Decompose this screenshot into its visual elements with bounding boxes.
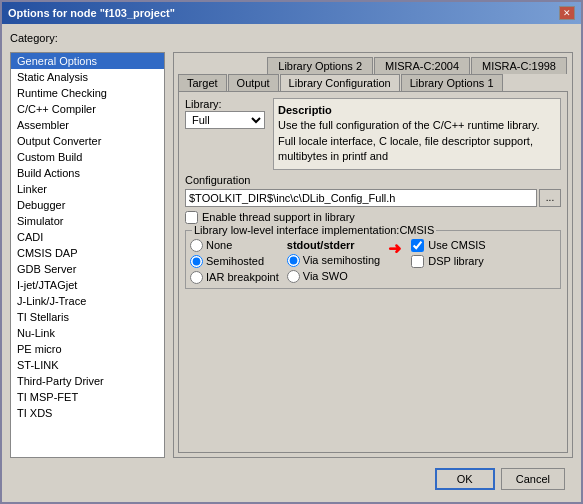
tab-content-area: Library: None Normal Full Custom (178, 91, 568, 453)
main-area: General Options Static Analysis Runtime … (10, 52, 573, 458)
iar-breakpoint-radio[interactable] (190, 271, 203, 284)
semihosted-radio[interactable] (190, 255, 203, 268)
sidebar-item-assembler[interactable]: Assembler (11, 117, 164, 133)
sidebar-item-output-converter[interactable]: Output Converter (11, 133, 164, 149)
dsp-library-label: DSP library (428, 255, 483, 267)
tab-lib-options-1[interactable]: Library Options 1 (401, 74, 503, 91)
iar-breakpoint-radio-row: IAR breakpoint (190, 271, 279, 284)
tab-misra-1998[interactable]: MISRA-C:1998 (471, 57, 567, 74)
ok-button[interactable]: OK (435, 468, 495, 490)
use-cmsis-checkbox[interactable] (411, 239, 424, 252)
category-label: Category: (10, 32, 573, 44)
via-swo-radio[interactable] (287, 270, 300, 283)
interface-section: Library low-level interface implementati… (185, 230, 561, 289)
cancel-button[interactable]: Cancel (501, 468, 565, 490)
sidebar-item-third-party[interactable]: Third-Party Driver (11, 373, 164, 389)
sidebar-item-j-link[interactable]: J-Link/J-Trace (11, 293, 164, 309)
cmsis-arrow-icon: ➜ (388, 239, 401, 258)
thread-support-checkbox[interactable] (185, 211, 198, 224)
interface-legend: Library low-level interface implementati… (192, 224, 436, 236)
description-label: Descriptio (278, 104, 332, 116)
sidebar-item-build-actions[interactable]: Build Actions (11, 165, 164, 181)
configuration-label: Configuration (185, 174, 561, 186)
window-title: Options for node "f103_project" (8, 7, 175, 19)
tab-library-options-2[interactable]: Library Options 2 (267, 57, 373, 74)
content-panel: Library Options 2 MISRA-C:2004 MISRA-C:1… (173, 52, 573, 458)
semihosted-label: Semihosted (206, 255, 264, 267)
browse-button[interactable]: ... (539, 189, 561, 207)
configuration-row: ... (185, 189, 561, 207)
library-dropdown-wrapper: None Normal Full Custom (185, 111, 265, 129)
sidebar-item-ti-msp-fet[interactable]: TI MSP-FET (11, 389, 164, 405)
bottom-bar: OK Cancel (10, 464, 573, 494)
sidebar-item-cadi[interactable]: CADI (11, 229, 164, 245)
sidebar-item-pe-micro[interactable]: PE micro (11, 341, 164, 357)
sidebar-item-nu-link[interactable]: Nu-Link (11, 325, 164, 341)
sidebar-item-cpp-compiler[interactable]: C/C++ Compiler (11, 101, 164, 117)
sidebar-item-custom-build[interactable]: Custom Build (11, 149, 164, 165)
library-row: Library: None Normal Full Custom (185, 98, 561, 170)
dsp-library-checkbox[interactable] (411, 255, 424, 268)
use-cmsis-label: Use CMSIS (428, 239, 485, 251)
via-semihosting-label: Via semihosting (303, 254, 380, 266)
dialog-window: Options for node "f103_project" ✕ Catego… (0, 0, 583, 504)
tab-lib-config[interactable]: Library Configuration (280, 74, 400, 91)
interface-col-left: None Semihosted IAR breakpoint (190, 239, 279, 284)
sidebar-item-debugger[interactable]: Debugger (11, 197, 164, 213)
sidebar-item-static-analysis[interactable]: Static Analysis (11, 69, 164, 85)
sidebar-item-general-options[interactable]: General Options (11, 53, 164, 69)
description-text: Use the full configuration of the C/C++ … (278, 119, 539, 162)
tab-target[interactable]: Target (178, 74, 227, 91)
sidebar-item-linker[interactable]: Linker (11, 181, 164, 197)
thread-support-label: Enable thread support in library (202, 211, 355, 223)
tabs-top-row: Library Options 2 MISRA-C:2004 MISRA-C:1… (178, 57, 568, 74)
sidebar-item-st-link[interactable]: ST-LINK (11, 357, 164, 373)
interface-columns: None Semihosted IAR breakpoint (190, 239, 556, 284)
library-field: Library: None Normal Full Custom (185, 98, 265, 129)
sidebar-item-ti-xds[interactable]: TI XDS (11, 405, 164, 421)
semihosted-radio-row: Semihosted (190, 255, 279, 268)
dsp-library-row: DSP library (411, 255, 485, 268)
cmsis-col: Use CMSIS DSP library (411, 239, 485, 268)
none-radio-row: None (190, 239, 279, 252)
library-label: Library: (185, 98, 265, 110)
sidebar-item-gdb-server[interactable]: GDB Server (11, 261, 164, 277)
iar-breakpoint-label: IAR breakpoint (206, 271, 279, 283)
sidebar-item-cmsis-dap[interactable]: CMSIS DAP (11, 245, 164, 261)
via-semihosting-radio[interactable] (287, 254, 300, 267)
tab-misra-2004[interactable]: MISRA-C:2004 (374, 57, 470, 74)
category-list: General Options Static Analysis Runtime … (10, 52, 165, 458)
none-label: None (206, 239, 232, 251)
via-swo-label: Via SWO (303, 270, 348, 282)
use-cmsis-row: Use CMSIS (411, 239, 485, 252)
configuration-input[interactable] (185, 189, 537, 207)
library-description: Descriptio Use the full configuration of… (273, 98, 561, 170)
window-body: Category: General Options Static Analysi… (2, 24, 581, 502)
tab-output[interactable]: Output (228, 74, 279, 91)
via-swo-radio-row: Via SWO (287, 270, 380, 283)
via-semihosting-radio-row: Via semihosting (287, 254, 380, 267)
title-controls: ✕ (559, 6, 575, 20)
configuration-section: Configuration ... (185, 174, 561, 207)
sidebar-item-simulator[interactable]: Simulator (11, 213, 164, 229)
sidebar-item-i-jet[interactable]: I-jet/JTAGjet (11, 277, 164, 293)
interface-col-middle: stdout/stderr Via semihosting Via SWO (287, 239, 380, 284)
stdout-stderr-label: stdout/stderr (287, 239, 380, 251)
tabs-bottom-row: Target Output Library Configuration Libr… (178, 74, 568, 91)
none-radio[interactable] (190, 239, 203, 252)
sidebar-item-runtime-checking[interactable]: Runtime Checking (11, 85, 164, 101)
close-button[interactable]: ✕ (559, 6, 575, 20)
thread-support-row: Enable thread support in library (185, 211, 561, 224)
title-bar: Options for node "f103_project" ✕ (2, 2, 581, 24)
sidebar-item-ti-stellaris[interactable]: TI Stellaris (11, 309, 164, 325)
interface-col-right-wrapper: ➜ Use CMSIS DSP library (388, 239, 485, 284)
library-select[interactable]: None Normal Full Custom (185, 111, 265, 129)
